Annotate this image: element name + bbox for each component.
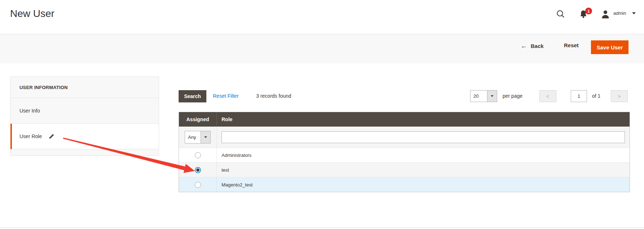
assigned-filter-value: Any (185, 131, 201, 143)
select-caret-button[interactable] (201, 131, 210, 143)
chevron-left-icon: < (546, 93, 549, 99)
assigned-radio[interactable] (195, 182, 201, 188)
chevron-right-icon: > (618, 93, 621, 99)
table-row[interactable]: test (179, 162, 630, 177)
sidebar-item-label: User Info (19, 108, 40, 114)
sidebar-item-label: User Role (19, 133, 42, 139)
role-filter-input[interactable] (222, 131, 625, 143)
grid-filter-row: Any (179, 127, 630, 147)
admin-menu-label[interactable]: admin (613, 10, 626, 16)
search-icon[interactable] (556, 9, 565, 19)
sidebar-item-user-info[interactable]: User Info (10, 98, 159, 124)
account-icon[interactable] (600, 9, 610, 19)
role-cell: test (216, 163, 630, 177)
back-button[interactable]: ←Back (521, 42, 544, 50)
admin-caret-down-icon[interactable] (632, 12, 636, 14)
edit-pencil-icon (48, 133, 54, 140)
footer-divider (0, 227, 644, 229)
action-bar (0, 34, 644, 63)
search-button[interactable]: Search (179, 90, 206, 102)
records-found-text: 3 records found (256, 93, 291, 99)
assigned-filter-select[interactable]: Any (185, 131, 211, 144)
sidebar-footer (10, 149, 159, 155)
role-cell: Administrators (216, 148, 630, 162)
current-page-input[interactable] (571, 90, 587, 102)
sidebar-item-user-role[interactable]: User Role (10, 124, 159, 149)
page-title: New User (10, 8, 54, 19)
caret-down-icon (204, 136, 207, 138)
reset-filter-link[interactable]: Reset Filter (213, 93, 239, 99)
caret-down-icon (491, 95, 494, 97)
next-page-button[interactable]: > (611, 90, 628, 102)
previous-page-button[interactable]: < (539, 90, 556, 102)
select-caret-button[interactable] (487, 91, 497, 102)
reset-button[interactable]: Reset (564, 42, 579, 48)
notification-count-badge[interactable]: 1 (585, 8, 592, 14)
roles-grid: Assigned Role Any Administrators test Ma… (179, 112, 630, 192)
grid-header-row: Assigned Role (179, 112, 630, 127)
table-row[interactable]: Magento2_test (179, 177, 630, 192)
per-page-label: per page (503, 93, 522, 99)
total-pages-label: of 1 (592, 93, 600, 99)
back-arrow-icon: ← (521, 42, 527, 49)
user-information-panel: USER INFORMATION User Info User Role (10, 76, 159, 156)
save-user-button[interactable]: Save User (591, 40, 628, 54)
column-header-assigned[interactable]: Assigned (179, 112, 216, 127)
sidebar-title: USER INFORMATION (10, 77, 159, 98)
back-button-label: Back (531, 43, 544, 49)
assigned-radio[interactable] (195, 152, 201, 158)
table-row[interactable]: Administrators (179, 147, 630, 162)
per-page-value: 20 (470, 91, 487, 102)
role-cell: Magento2_test (216, 177, 630, 192)
assigned-radio-checked[interactable] (195, 167, 201, 173)
radio-dot (196, 168, 200, 172)
column-header-role[interactable]: Role (216, 112, 630, 127)
per-page-select[interactable]: 20 (470, 90, 497, 102)
